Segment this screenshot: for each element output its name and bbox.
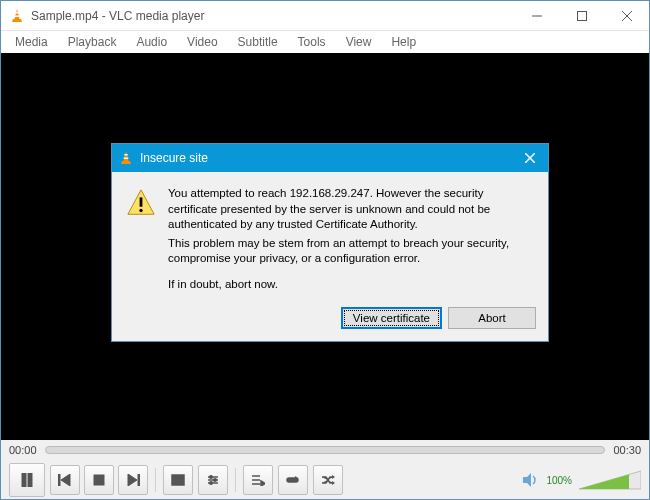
dialog-button-row: View certificate Abort: [112, 305, 548, 341]
svg-rect-15: [140, 197, 143, 206]
dialog-titlebar[interactable]: Insecure site: [112, 144, 548, 172]
svg-marker-0: [15, 9, 20, 19]
extended-settings-button[interactable]: [198, 465, 228, 495]
menu-subtitle[interactable]: Subtitle: [228, 33, 288, 51]
next-button[interactable]: [118, 465, 148, 495]
minimize-button[interactable]: [514, 1, 559, 31]
dialog-body: You attempted to reach 192.168.29.247. H…: [112, 172, 548, 305]
separator: [235, 468, 236, 492]
dialog-line1: You attempted to reach 192.168.29.247. H…: [168, 186, 532, 233]
loop-button[interactable]: [278, 465, 308, 495]
svg-marker-34: [261, 481, 265, 486]
vlc-cone-icon: [9, 8, 25, 24]
svg-rect-1: [15, 12, 18, 14]
menu-audio[interactable]: Audio: [126, 33, 177, 51]
svg-marker-37: [332, 481, 335, 485]
svg-marker-20: [61, 474, 70, 486]
svg-rect-10: [124, 158, 129, 160]
vlc-cone-icon: [118, 150, 134, 166]
svg-rect-24: [172, 475, 184, 485]
dialog-close-button[interactable]: [518, 146, 542, 170]
svg-point-29: [214, 479, 217, 482]
menu-help[interactable]: Help: [381, 33, 426, 51]
menu-tools[interactable]: Tools: [288, 33, 336, 51]
dialog-message: You attempted to reach 192.168.29.247. H…: [168, 186, 532, 295]
window-title: Sample.mp4 - VLC media player: [31, 9, 514, 23]
svg-marker-36: [332, 475, 335, 479]
dialog-title: Insecure site: [140, 151, 518, 165]
menu-bar: Media Playback Audio Video Subtitle Tool…: [1, 31, 649, 53]
insecure-site-dialog: Insecure site You attempted to reach 192…: [111, 143, 549, 342]
close-button[interactable]: [604, 1, 649, 31]
dialog-line3: If in doubt, abort now.: [168, 277, 532, 293]
time-elapsed[interactable]: 00:00: [9, 444, 37, 456]
svg-point-28: [210, 476, 213, 479]
svg-rect-2: [15, 15, 20, 17]
mute-button[interactable]: [521, 471, 539, 489]
svg-marker-38: [523, 473, 531, 487]
svg-rect-18: [28, 473, 32, 487]
svg-marker-22: [128, 474, 137, 486]
menu-view[interactable]: View: [336, 33, 382, 51]
svg-point-30: [210, 482, 213, 485]
menu-playback[interactable]: Playback: [58, 33, 127, 51]
previous-button[interactable]: [50, 465, 80, 495]
svg-rect-23: [138, 474, 140, 486]
svg-rect-19: [58, 474, 60, 486]
time-total[interactable]: 00:30: [613, 444, 641, 456]
seek-slider[interactable]: [45, 446, 606, 454]
menu-media[interactable]: Media: [5, 33, 58, 51]
svg-marker-8: [124, 151, 129, 161]
svg-marker-11: [121, 161, 131, 164]
window-titlebar: Sample.mp4 - VLC media player: [1, 1, 649, 31]
fullscreen-button[interactable]: [163, 465, 193, 495]
svg-rect-17: [22, 473, 26, 487]
pause-button[interactable]: [9, 463, 45, 497]
menu-video[interactable]: Video: [177, 33, 227, 51]
view-certificate-button[interactable]: View certificate: [341, 307, 442, 329]
dialog-line2: This problem may be stem from an attempt…: [168, 236, 532, 267]
svg-marker-3: [12, 19, 22, 22]
warning-icon: [126, 188, 156, 218]
svg-rect-5: [577, 11, 586, 20]
svg-rect-9: [124, 154, 127, 156]
shuffle-button[interactable]: [313, 465, 343, 495]
maximize-button[interactable]: [559, 1, 604, 31]
separator: [155, 468, 156, 492]
svg-point-16: [139, 209, 142, 212]
playlist-button[interactable]: [243, 465, 273, 495]
playback-controls: 100%: [1, 460, 649, 500]
svg-rect-21: [94, 475, 104, 485]
seek-bar-row: 00:00 00:30: [1, 440, 649, 460]
volume-percent: 100%: [546, 475, 572, 486]
stop-button[interactable]: [84, 465, 114, 495]
volume-slider[interactable]: [579, 469, 641, 491]
abort-button[interactable]: Abort: [448, 307, 536, 329]
